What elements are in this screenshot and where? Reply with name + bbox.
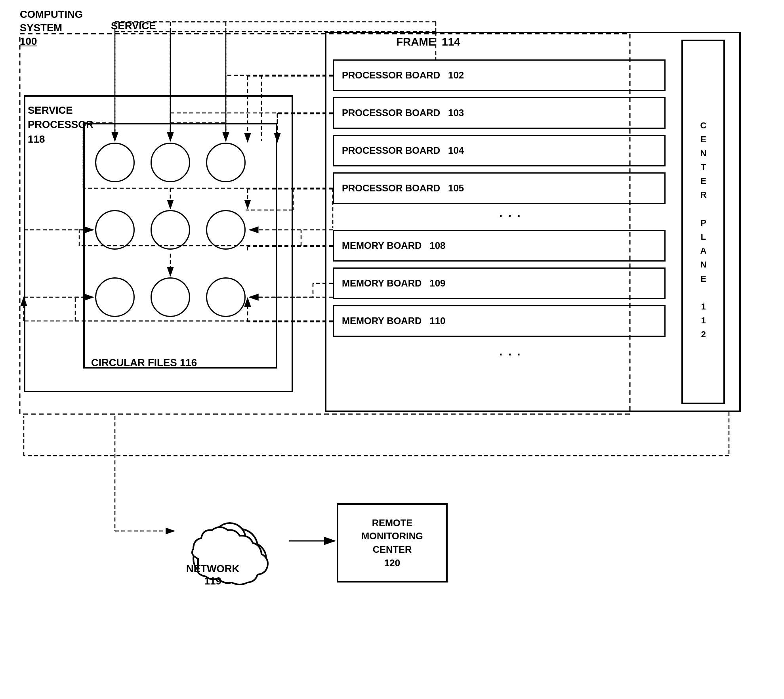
- center-plane-text: C E N T E R P L A N E 1 1 2: [685, 52, 722, 408]
- circle-r3c3: [206, 277, 246, 317]
- board-memory-110: MEMORY BOARD 110: [333, 305, 666, 337]
- circle-r2c3: [206, 210, 246, 250]
- circle-r2c1: [95, 210, 135, 250]
- circle-r3c1: [95, 277, 135, 317]
- board-processor-104: PROCESSOR BOARD 104: [333, 135, 666, 166]
- board-memory-108: MEMORY BOARD 108: [333, 230, 666, 262]
- board-processor-102: PROCESSOR BOARD 102: [333, 59, 666, 91]
- frame-label: FRAME 114: [396, 36, 460, 48]
- diagram-container: COMPUTING SYSTEM 100 SERVICE SERVICE PRO…: [0, 0, 784, 699]
- computing-system-label: COMPUTING SYSTEM 100: [20, 8, 83, 48]
- circle-r1c3: [206, 143, 246, 182]
- board-memory-109: MEMORY BOARD 109: [333, 267, 666, 299]
- circle-r1c1: [95, 143, 135, 182]
- board-processor-103: PROCESSOR BOARD 103: [333, 97, 666, 129]
- dots-between-processors-memory: . . .: [499, 206, 522, 220]
- circle-r2c2: [151, 210, 190, 250]
- circular-files-label: CIRCULAR FILES 116: [91, 357, 197, 369]
- circle-r3c2: [151, 277, 190, 317]
- circle-r1c2: [151, 143, 190, 182]
- dots-after-memory: . . .: [499, 345, 522, 358]
- network-label: NETWORK 119: [186, 563, 239, 587]
- remote-monitoring-center-box: REMOTE MONITORING CENTER 120: [337, 503, 448, 582]
- service-label: SERVICE: [111, 20, 156, 32]
- board-processor-105: PROCESSOR BOARD 105: [333, 172, 666, 204]
